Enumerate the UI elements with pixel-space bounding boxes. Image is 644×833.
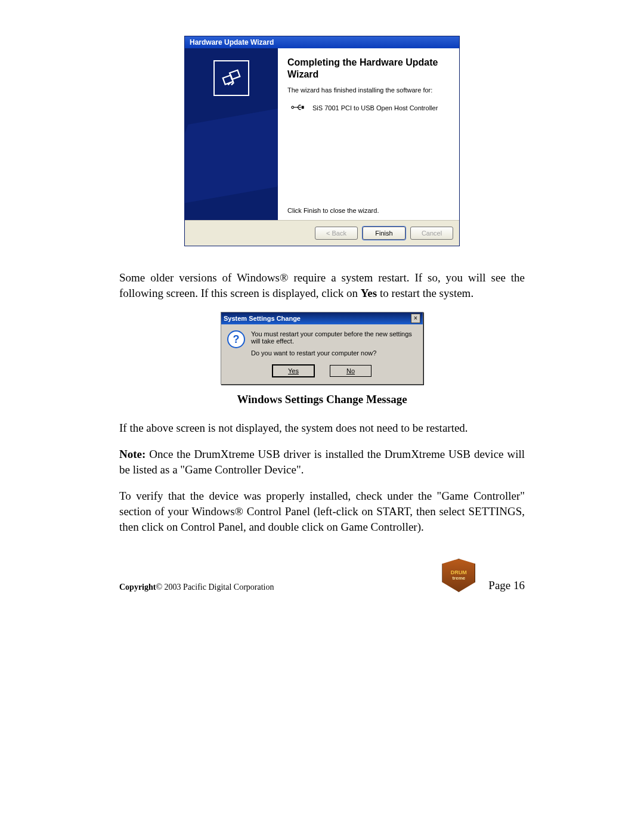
- sys-dialog-title-text: System Settings Change: [224, 315, 301, 322]
- wizard-device-name: SiS 7001 PCI to USB Open Host Controller: [312, 104, 438, 112]
- drumxtreme-logo: DRUM treme: [442, 559, 474, 592]
- no-button[interactable]: No: [330, 365, 371, 377]
- wizard-button-row: < Back Finish Cancel: [185, 220, 459, 246]
- wizard-content: Completing the Hardware Update Wizard Th…: [278, 48, 459, 220]
- yes-button[interactable]: Yes: [273, 365, 314, 377]
- wizard-description: The wizard has finished installing the s…: [287, 86, 450, 94]
- cancel-button[interactable]: Cancel: [410, 227, 453, 240]
- svg-point-2: [292, 106, 294, 109]
- wizard-device-row: SiS 7001 PCI to USB Open Host Controller: [291, 103, 450, 113]
- wizard-titlebar: Hardware Update Wizard: [185, 36, 459, 48]
- doc-paragraph-verify: To verify that the device was properly i…: [119, 488, 525, 535]
- wizard-heading: Completing the Hardware Update Wizard: [287, 57, 450, 80]
- hardware-update-wizard-dialog: Hardware Update Wizard Completing the Ha…: [184, 36, 460, 246]
- sys-dialog-line1: You must restart your computer before th…: [251, 330, 417, 345]
- sys-dialog-button-row: Yes No: [221, 365, 423, 384]
- doc-paragraph-no-restart: If the above screen is not displayed, th…: [119, 420, 525, 436]
- close-icon[interactable]: ×: [411, 314, 420, 323]
- system-settings-change-dialog: System Settings Change × ? You must rest…: [221, 312, 423, 385]
- question-icon: ?: [227, 330, 245, 348]
- wizard-installer-icon: [213, 60, 249, 96]
- sys-dialog-text: You must restart your computer before th…: [251, 330, 417, 357]
- sys-dialog-line2: Do you want to restart your computer now…: [251, 349, 417, 357]
- wizard-side-banner: [185, 48, 278, 220]
- copyright-text: Copyright© 2003 Pacific Digital Corporat…: [119, 583, 274, 592]
- page-footer: Copyright© 2003 Pacific Digital Corporat…: [119, 559, 525, 592]
- usb-controller-icon: [291, 103, 304, 113]
- doc-paragraph-restart-note: Some older versions of Windows® require …: [119, 270, 525, 301]
- finish-button[interactable]: Finish: [363, 227, 405, 240]
- page-number: Page 16: [488, 579, 525, 592]
- svg-rect-3: [302, 106, 304, 109]
- back-button[interactable]: < Back: [315, 227, 358, 240]
- sys-dialog-titlebar: System Settings Change ×: [221, 312, 423, 324]
- figure-caption: Windows Settings Change Message: [119, 393, 525, 406]
- doc-paragraph-note: Note: Once the DrumXtreme USB driver is …: [119, 447, 525, 478]
- wizard-close-hint: Click Finish to close the wizard.: [287, 207, 450, 214]
